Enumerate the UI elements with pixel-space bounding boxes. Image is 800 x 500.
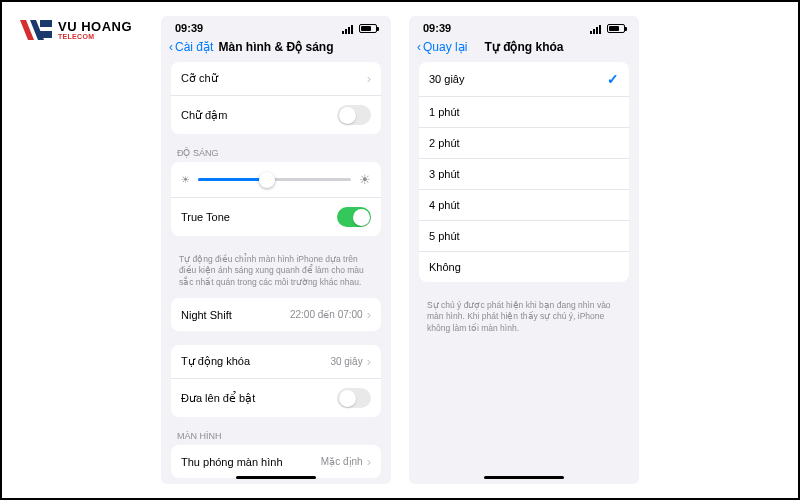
chevron-left-icon: ‹	[169, 40, 173, 54]
option-label: Không	[429, 261, 461, 273]
home-indicator[interactable]	[484, 476, 564, 480]
auto-lock-footer: Sự chú ý được phát hiện khi bạn đang nhì…	[419, 296, 629, 344]
svg-rect-8	[596, 27, 598, 34]
home-indicator[interactable]	[236, 476, 316, 480]
row-auto-lock[interactable]: Tự động khóa 30 giây ›	[171, 345, 381, 379]
option-label: 3 phút	[429, 168, 460, 180]
row-true-tone[interactable]: True Tone	[171, 198, 381, 236]
auto-lock-value: 30 giây	[330, 356, 362, 367]
option-row[interactable]: 2 phút	[419, 128, 629, 159]
chevron-left-icon: ‹	[417, 40, 421, 54]
svg-rect-4	[348, 27, 350, 34]
status-icons	[342, 24, 377, 33]
chevron-right-icon: ›	[367, 354, 371, 369]
status-bar: 09:39	[409, 16, 639, 36]
sun-large-icon: ☀	[359, 172, 371, 187]
option-label: 30 giây	[429, 73, 464, 85]
brightness-slider[interactable]	[198, 178, 351, 181]
svg-rect-2	[342, 31, 344, 34]
row-raise-to-wake[interactable]: Đưa lên để bật	[171, 379, 381, 417]
chevron-right-icon: ›	[367, 454, 371, 469]
option-row[interactable]: 1 phút	[419, 97, 629, 128]
battery-icon	[359, 24, 377, 33]
status-time: 09:39	[423, 22, 451, 34]
battery-icon	[607, 24, 625, 33]
screen-auto-lock: 09:39 ‹ Quay lại Tự động khóa 30 giây✓1 …	[409, 16, 639, 484]
nav-bar: ‹ Quay lại Tự động khóa	[409, 36, 639, 62]
logo-sub-text: TELECOM	[58, 33, 132, 40]
signal-icon	[590, 24, 604, 33]
brightness-header: ĐỘ SÁNG	[171, 148, 381, 162]
back-label: Quay lại	[423, 40, 467, 54]
svg-rect-5	[351, 25, 353, 34]
brightness-slider-row[interactable]: ☀ ☀	[171, 162, 381, 198]
status-time: 09:39	[175, 22, 203, 34]
option-label: 2 phút	[429, 137, 460, 149]
logo-brand-text: VU HOANG	[58, 20, 132, 33]
svg-rect-3	[345, 29, 347, 34]
display-zoom-label: Thu phóng màn hình	[181, 456, 283, 468]
raise-to-wake-label: Đưa lên để bật	[181, 392, 255, 405]
svg-rect-0	[40, 20, 52, 27]
raise-to-wake-toggle[interactable]	[337, 388, 371, 408]
svg-rect-1	[40, 31, 52, 38]
bold-text-toggle[interactable]	[337, 105, 371, 125]
chevron-right-icon: ›	[367, 71, 371, 86]
option-row[interactable]: Không	[419, 252, 629, 282]
text-size-label: Cỡ chữ	[181, 72, 218, 85]
row-bold-text[interactable]: Chữ đậm	[171, 96, 381, 134]
back-button[interactable]: ‹ Quay lại	[417, 40, 467, 54]
option-row[interactable]: 3 phút	[419, 159, 629, 190]
status-bar: 09:39	[161, 16, 391, 36]
logo-mark-icon	[20, 18, 54, 42]
bold-text-label: Chữ đậm	[181, 109, 227, 122]
option-row[interactable]: 5 phút	[419, 221, 629, 252]
option-row[interactable]: 4 phút	[419, 190, 629, 221]
row-night-shift[interactable]: Night Shift 22:00 đến 07:00 ›	[171, 298, 381, 331]
true-tone-toggle[interactable]	[337, 207, 371, 227]
svg-rect-6	[590, 31, 592, 34]
nav-bar: ‹ Cài đặt Màn hình & Độ sáng	[161, 36, 391, 62]
screen-display-brightness: 09:39 ‹ Cài đặt Màn hình & Độ sáng Cỡ ch…	[161, 16, 391, 484]
sun-small-icon: ☀	[181, 174, 190, 185]
night-shift-label: Night Shift	[181, 309, 232, 321]
option-row[interactable]: 30 giây✓	[419, 62, 629, 97]
signal-icon	[342, 24, 356, 33]
true-tone-label: True Tone	[181, 211, 230, 223]
back-label: Cài đặt	[175, 40, 213, 54]
status-icons	[590, 24, 625, 33]
auto-lock-label: Tự động khóa	[181, 355, 250, 368]
option-label: 1 phút	[429, 106, 460, 118]
option-label: 4 phút	[429, 199, 460, 211]
option-label: 5 phút	[429, 230, 460, 242]
night-shift-value: 22:00 đến 07:00	[290, 309, 363, 320]
svg-rect-9	[599, 25, 601, 34]
brand-logo: VU HOANG TELECOM	[20, 18, 132, 42]
row-text-size[interactable]: Cỡ chữ ›	[171, 62, 381, 96]
chevron-right-icon: ›	[367, 307, 371, 322]
row-display-zoom[interactable]: Thu phóng màn hình Mặc định ›	[171, 445, 381, 478]
true-tone-description: Tự động điều chỉnh màn hình iPhone dựa t…	[171, 250, 381, 298]
svg-rect-7	[593, 29, 595, 34]
checkmark-icon: ✓	[607, 71, 619, 87]
display-zoom-value: Mặc định	[321, 456, 363, 467]
display-header: MÀN HÌNH	[171, 431, 381, 445]
back-button[interactable]: ‹ Cài đặt	[169, 40, 213, 54]
